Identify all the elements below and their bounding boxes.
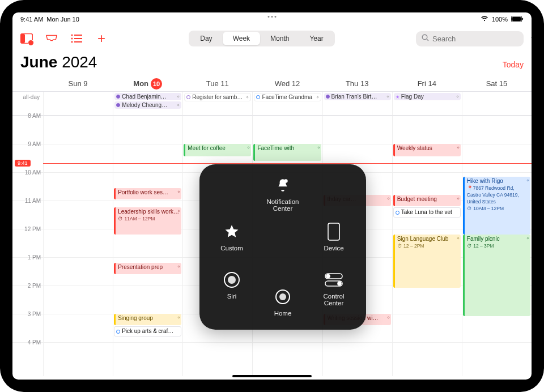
inbox-button[interactable] bbox=[45, 32, 58, 45]
add-event-button[interactable]: + bbox=[95, 32, 108, 45]
list-button[interactable] bbox=[70, 32, 83, 45]
svg-rect-8 bbox=[74, 35, 82, 36]
calendar-event[interactable]: Sign Language Club⏱ 12 – 2PM⋄ bbox=[393, 235, 461, 288]
mic-icon[interactable] bbox=[531, 33, 532, 44]
multitask-dots[interactable] bbox=[268, 16, 277, 18]
battery-icon bbox=[511, 16, 524, 23]
day-header[interactable]: Mon 10 bbox=[113, 76, 182, 91]
svg-point-17 bbox=[228, 276, 236, 284]
assist-toggle[interactable]: ControlCenter bbox=[308, 269, 359, 306]
calendar-sidebar-button[interactable] bbox=[20, 32, 33, 45]
allday-cell[interactable]: FaceTime Grandma⋄ bbox=[252, 92, 322, 115]
svg-rect-10 bbox=[74, 41, 82, 42]
search-icon bbox=[422, 33, 429, 44]
view-tab-week[interactable]: Week bbox=[223, 32, 260, 45]
allday-event[interactable]: Register for samb…⋄ bbox=[184, 93, 251, 101]
status-bar: 9:41 AM Mon Jun 10 100% bbox=[12, 12, 532, 26]
svg-point-14 bbox=[284, 179, 288, 183]
calendar-event[interactable]: Pick up arts & craf… bbox=[114, 326, 181, 336]
assist-siri[interactable]: Siri bbox=[206, 269, 257, 300]
day-column[interactable]: Weekly status⋄Budget meeting⋄Take Luna t… bbox=[392, 116, 462, 376]
calendar-event[interactable]: Hike with Rigo📍7867 Redwood Rd, Castro V… bbox=[463, 177, 530, 235]
bell-icon bbox=[257, 174, 308, 196]
day-header[interactable]: Thu 13 bbox=[322, 76, 392, 91]
allday-cell[interactable] bbox=[462, 92, 532, 115]
svg-rect-15 bbox=[328, 223, 339, 240]
siri-icon bbox=[206, 269, 257, 291]
status-time: 9:41 AM bbox=[20, 16, 43, 23]
day-header-row: Sun 9Mon 10Tue 11Wed 12Thu 13Fri 14Sat 1… bbox=[12, 76, 532, 92]
home-icon bbox=[257, 286, 308, 308]
day-header[interactable]: Fri 14 bbox=[392, 76, 462, 91]
assist-star[interactable]: Custom bbox=[206, 221, 257, 252]
allday-event[interactable]: FaceTime Grandma⋄ bbox=[254, 93, 321, 101]
allday-cell[interactable]: ★Flag Day⋄ bbox=[392, 92, 462, 115]
svg-point-23 bbox=[279, 293, 286, 300]
calendar-event[interactable]: Weekly status⋄ bbox=[393, 144, 461, 156]
assist-home[interactable]: Home bbox=[257, 286, 308, 317]
screen: 9:41 AM Mon Jun 10 100% + bbox=[12, 12, 532, 380]
assistivetouch-menu[interactable]: NotificationCenterCustomDeviceSiriContro… bbox=[199, 164, 366, 330]
calendar-event[interactable]: Meet for coffee⋄ bbox=[184, 144, 251, 156]
day-header[interactable]: Wed 12 bbox=[252, 76, 322, 91]
home-indicator[interactable] bbox=[232, 375, 312, 377]
hour-label: 9 AM bbox=[28, 141, 41, 147]
battery-text: 100% bbox=[492, 16, 508, 23]
day-column[interactable] bbox=[43, 116, 113, 376]
toggle-icon bbox=[308, 269, 359, 291]
allday-cell[interactable]: Brian Tran's Birt…⋄ bbox=[322, 92, 392, 115]
search-input[interactable] bbox=[432, 35, 528, 43]
calendar-event[interactable]: Take Luna to the vet bbox=[393, 207, 461, 218]
view-segmented-control[interactable]: DayWeekMonthYear bbox=[189, 31, 334, 46]
allday-cell[interactable] bbox=[43, 92, 113, 115]
search-field[interactable] bbox=[416, 31, 524, 46]
current-time-indicator: 9:41 bbox=[15, 160, 31, 167]
day-column[interactable]: Portfolio work ses…⋄Leadership skills wo… bbox=[113, 116, 182, 376]
allday-event[interactable]: ★Flag Day⋄ bbox=[394, 93, 461, 100]
calendar-event[interactable]: FaceTime with⋄ bbox=[253, 144, 321, 161]
calendar-event[interactable]: Budget meeting⋄ bbox=[393, 195, 461, 206]
day-header[interactable]: Sun 9 bbox=[43, 76, 113, 91]
svg-line-12 bbox=[427, 39, 428, 41]
svg-point-5 bbox=[71, 35, 73, 36]
svg-rect-9 bbox=[74, 38, 82, 39]
view-tab-month[interactable]: Month bbox=[260, 32, 299, 45]
hour-label: 4 PM bbox=[28, 339, 41, 346]
svg-point-21 bbox=[338, 282, 341, 286]
calendar-event[interactable]: Portfolio work ses…⋄ bbox=[114, 188, 181, 199]
allday-event[interactable]: Brian Tran's Birt…⋄ bbox=[324, 93, 391, 100]
day-header[interactable]: Sat 15 bbox=[462, 76, 532, 91]
view-tab-year[interactable]: Year bbox=[299, 32, 333, 45]
hour-label: 12 PM bbox=[24, 226, 41, 232]
month-header: June 2024 Today bbox=[20, 53, 524, 71]
calendar-event[interactable]: Family picnic⏱ 12 – 3PM⋄ bbox=[463, 235, 530, 316]
today-button[interactable]: Today bbox=[503, 60, 524, 69]
toolbar: + DayWeekMonthYear bbox=[12, 27, 532, 50]
view-tab-day[interactable]: Day bbox=[190, 32, 222, 45]
day-column[interactable]: Hike with Rigo📍7867 Redwood Rd, Castro V… bbox=[462, 116, 532, 376]
svg-point-7 bbox=[71, 41, 73, 43]
device-icon bbox=[308, 221, 359, 242]
allday-event[interactable]: Melody Cheung…⋄ bbox=[114, 101, 181, 109]
allday-cell[interactable]: Register for samb…⋄ bbox=[182, 92, 252, 115]
ipad-frame: 9:41 AM Mon Jun 10 100% + bbox=[0, 0, 544, 392]
calendar-event[interactable]: Presentation prep⋄ bbox=[114, 263, 181, 274]
calendar-event[interactable]: Singing group⋄ bbox=[114, 314, 181, 325]
wifi-icon bbox=[481, 16, 488, 23]
hour-label: 3 PM bbox=[28, 311, 41, 317]
hour-label: 11 AM bbox=[25, 198, 41, 204]
assist-bell[interactable]: NotificationCenter bbox=[257, 174, 308, 212]
svg-rect-2 bbox=[522, 18, 524, 20]
allday-label: all-day bbox=[12, 92, 43, 115]
svg-point-11 bbox=[422, 35, 427, 40]
svg-point-6 bbox=[71, 38, 73, 40]
day-header[interactable]: Tue 11 bbox=[182, 76, 252, 91]
allday-event[interactable]: Chad Benjamin…⋄ bbox=[114, 93, 181, 100]
assist-device[interactable]: Device bbox=[308, 221, 359, 252]
allday-row: all-day Chad Benjamin…⋄Melody Cheung…⋄Re… bbox=[12, 92, 532, 116]
month-title: June 2024 bbox=[20, 53, 97, 71]
hour-label: 1 PM bbox=[28, 254, 41, 261]
svg-rect-1 bbox=[512, 17, 521, 21]
calendar-event[interactable]: Leadership skills workshop⏱ 11AM – 12PM⋄ bbox=[114, 207, 181, 235]
allday-cell[interactable]: Chad Benjamin…⋄Melody Cheung…⋄ bbox=[113, 92, 182, 115]
